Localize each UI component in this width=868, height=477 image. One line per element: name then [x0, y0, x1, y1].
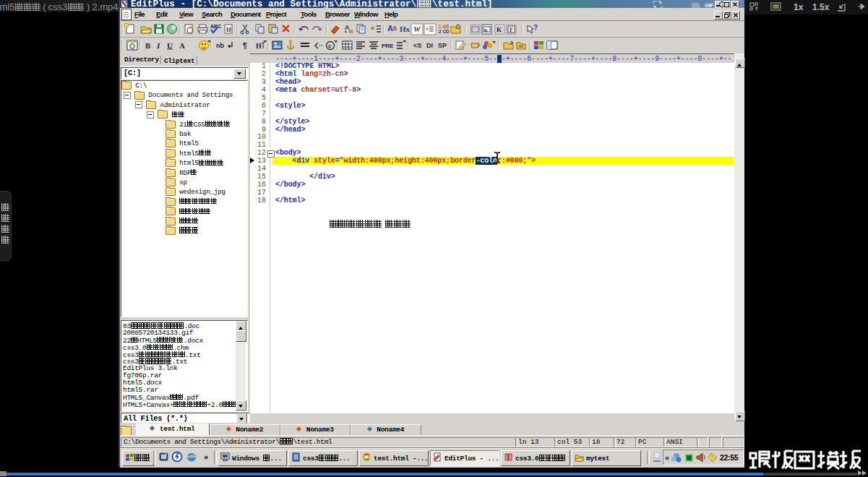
svg-text:SP: SP	[438, 42, 447, 49]
svg-text:1x: 1x	[794, 2, 804, 12]
svg-text:A: A	[179, 41, 185, 50]
svg-text:«: «	[665, 453, 669, 462]
svg-text:K: K	[497, 26, 502, 33]
svg-text:B: B	[484, 28, 488, 33]
svg-text:2 CD: 2 CD	[439, 29, 450, 34]
svg-text:1.5x: 1.5x	[812, 2, 830, 12]
svg-text:1 AB: 1 AB	[439, 24, 450, 29]
svg-text:F: F	[510, 27, 513, 33]
svg-text:DI: DI	[426, 42, 433, 49]
svg-text:Hx: Hx	[400, 25, 411, 33]
svg-text:H: H	[256, 42, 262, 50]
svg-text:B: B	[349, 28, 353, 35]
svg-text:¶: ¶	[243, 42, 247, 50]
svg-text:I: I	[156, 41, 160, 50]
svg-text:PRE: PRE	[382, 43, 394, 49]
svg-text:nb: nb	[216, 42, 224, 49]
svg-text:A: A	[387, 24, 393, 33]
svg-text:?: ?	[533, 24, 538, 32]
svg-text:U: U	[167, 41, 173, 50]
svg-text:W: W	[413, 25, 421, 33]
svg-text:H: H	[226, 26, 231, 33]
svg-text:»: »	[204, 452, 208, 461]
svg-text:B: B	[145, 41, 151, 50]
svg-text:c: c	[328, 43, 332, 49]
svg-text:<S: <S	[413, 42, 421, 49]
